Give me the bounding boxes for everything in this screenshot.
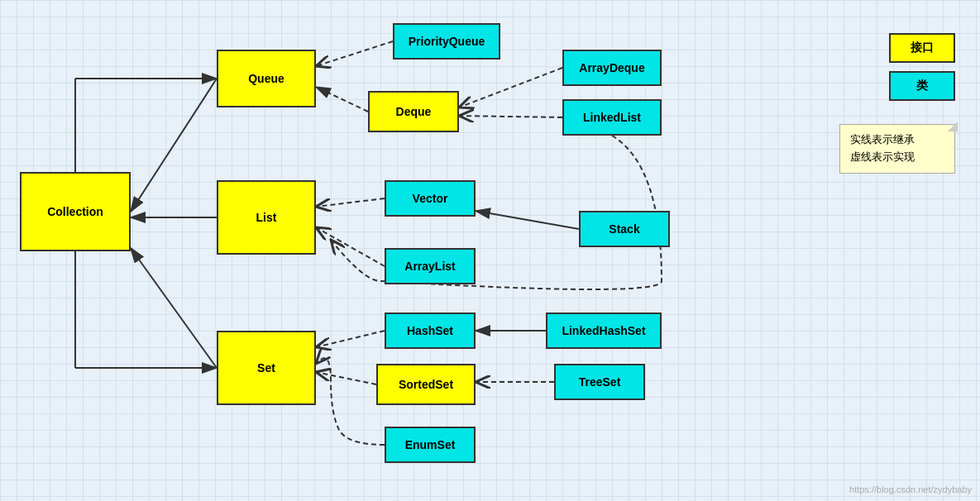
node-linkedlist: LinkedList [562, 99, 662, 136]
legend-note: 实线表示继承 虚线表示实现 [839, 124, 955, 174]
svg-line-4 [131, 248, 217, 368]
node-hashset: HashSet [385, 313, 476, 349]
node-queue: Queue [217, 50, 316, 107]
node-arraylist: ArrayList [385, 248, 476, 284]
node-stack: Stack [579, 211, 670, 247]
svg-line-5 [316, 87, 368, 112]
svg-line-11 [316, 227, 385, 266]
svg-line-10 [476, 211, 579, 229]
node-list: List [217, 180, 316, 255]
node-collection: Collection [20, 172, 131, 251]
svg-line-6 [316, 41, 393, 66]
diagram-container: Collection Queue List Set Deque Priority… [0, 0, 980, 501]
legend-class-box: 类 [889, 71, 955, 101]
svg-line-12 [316, 331, 385, 347]
node-vector: Vector [385, 180, 476, 217]
svg-line-7 [459, 68, 562, 107]
legend-interface-item: 接口 [889, 33, 955, 63]
arrows-svg [0, 0, 980, 501]
node-treeset: TreeSet [554, 364, 645, 400]
svg-line-8 [459, 116, 562, 117]
node-set: Set [217, 331, 316, 405]
node-linkedhashset: LinkedHashSet [546, 313, 662, 349]
svg-line-9 [316, 198, 385, 207]
legend-interface-box: 接口 [889, 33, 955, 63]
svg-line-2 [131, 79, 217, 212]
svg-line-14 [316, 372, 376, 384]
node-deque: Deque [368, 91, 459, 132]
node-enumset: EnumSet [385, 427, 476, 463]
watermark: https://blog.csdn.net/zydybaby [849, 484, 972, 494]
node-sortedset: SortedSet [376, 364, 476, 405]
node-arraydeque: ArrayDeque [562, 50, 662, 86]
node-priorityqueue: PriorityQueue [393, 23, 500, 60]
legend-class-item: 类 [889, 71, 955, 101]
legend: 接口 类 [889, 33, 955, 101]
